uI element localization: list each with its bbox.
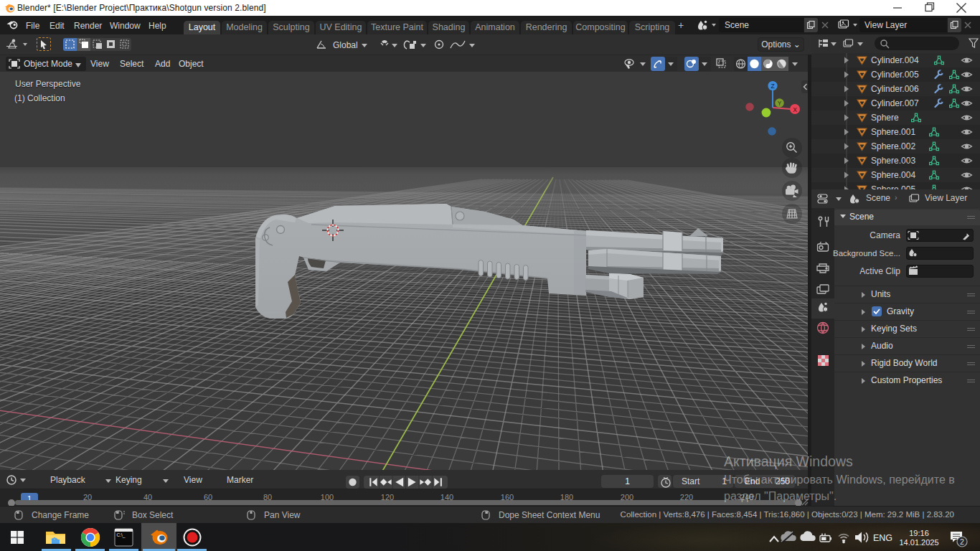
svg-text:Cylinder.005: Cylinder.005	[871, 70, 919, 80]
svg-text:Sphere.001: Sphere.001	[871, 127, 915, 137]
svg-text:Sphere.002: Sphere.002	[871, 141, 915, 151]
svg-text:Sphere.005: Sphere.005	[871, 184, 915, 189]
svg-text:X: X	[793, 106, 797, 113]
svg-text:Global: Global	[333, 40, 358, 50]
svg-text:Cylinder.006: Cylinder.006	[871, 84, 919, 94]
svg-text:14.01.2025: 14.01.2025	[899, 538, 938, 547]
svg-text:Cylinder.004: Cylinder.004	[871, 55, 919, 65]
svg-text:ENG: ENG	[873, 533, 892, 543]
svg-text:Z: Z	[771, 83, 774, 90]
svg-text:Sphere.003: Sphere.003	[871, 156, 915, 166]
svg-text:Cylinder.007: Cylinder.007	[871, 98, 919, 108]
svg-text:Sphere: Sphere	[871, 113, 899, 123]
svg-text:2: 2	[960, 537, 964, 546]
svg-text:C:\_: C:\_	[117, 532, 126, 538]
svg-text:Y: Y	[778, 100, 782, 107]
svg-text:Sphere.004: Sphere.004	[871, 170, 915, 180]
svg-text:19:16: 19:16	[909, 529, 929, 537]
